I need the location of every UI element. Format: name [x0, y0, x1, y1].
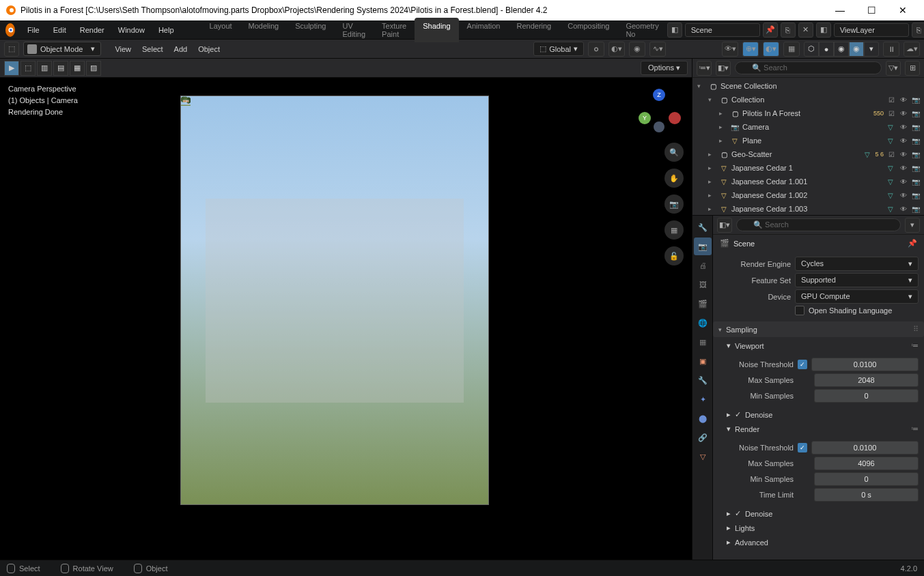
orientation-select[interactable]: ⬚ Global ▾ [533, 42, 584, 56]
outliner-row[interactable]: ▾▢Collection☑👁📷 [692, 93, 924, 106]
snap-target-icon[interactable]: ◐▾ [608, 42, 625, 57]
viewport-canvas[interactable]: Camera Perspective (1) Objects | Camera … [0, 78, 692, 560]
new-scene-icon[interactable]: ⎘ [781, 23, 796, 38]
vp-denoise-checkbox[interactable]: ✓ [735, 410, 741, 419]
outliner-row[interactable]: ▸📷Camera▽👁📷 [692, 120, 924, 134]
properties-search-input[interactable]: 🔍 Search [736, 218, 901, 231]
expand-arrow-icon[interactable]: ▸ [719, 124, 727, 130]
outliner-tree[interactable]: ▾▢Scene Collection▾▢Collection☑👁📷▸▢Pilot… [692, 78, 924, 215]
feature-set-select[interactable]: Supported▾ [795, 273, 919, 287]
workspace-tab-shading[interactable]: Shading [415, 18, 458, 42]
workspace-tab-uv-editing[interactable]: UV Editing [334, 18, 374, 42]
expand-arrow-icon[interactable]: ▸ [708, 192, 716, 199]
select-extend-icon[interactable]: ▥ [37, 61, 52, 76]
eye-toggle-icon[interactable]: 👁 [898, 190, 909, 201]
world-tab-icon[interactable]: 🌐 [694, 314, 712, 332]
outliner-row[interactable]: ▸▽Japanese Cedar 1.002▽👁📷 [692, 188, 924, 202]
expand-arrow-icon[interactable]: ▸ [708, 151, 716, 158]
outliner-item-name[interactable]: Collection [731, 96, 884, 104]
pin-panel-icon[interactable]: 📌 [908, 239, 917, 248]
scene-name-input[interactable] [685, 23, 760, 37]
expand-arrow-icon[interactable]: ▾ [697, 83, 705, 89]
eye-toggle-icon[interactable]: 👁 [898, 149, 909, 160]
rn-min-input[interactable]: 0 [814, 472, 919, 486]
new-viewlayer-icon[interactable]: ⎘ [912, 23, 924, 38]
eye-toggle-icon[interactable]: 👁 [898, 121, 909, 132]
lock-icon[interactable]: 🔓 [664, 246, 684, 265]
delete-scene-icon[interactable]: ✕ [798, 23, 813, 38]
cam-toggle-icon[interactable]: 📷 [910, 203, 921, 214]
rn-max-input[interactable]: 4096 [814, 457, 919, 470]
expand-arrow-icon[interactable]: ▸ [708, 164, 716, 171]
maximize-button[interactable]: ☐ [856, 0, 887, 20]
vp-max-input[interactable]: 2048 [814, 373, 919, 387]
menu-edit[interactable]: Edit [46, 23, 73, 37]
expand-arrow-icon[interactable]: ▾ [708, 96, 716, 103]
modifier-tab-icon[interactable]: 🔧 [694, 371, 712, 389]
material-shading-icon[interactable]: ◉ [834, 42, 849, 57]
menu-window[interactable]: Window [111, 23, 152, 37]
outliner-item-name[interactable]: Scene Collection [720, 82, 919, 90]
minimize-button[interactable]: — [824, 0, 856, 20]
physics-tab-icon[interactable]: ⬤ [694, 409, 712, 427]
axis-y-icon[interactable]: Y [639, 112, 651, 124]
sampling-panel-header[interactable]: ▾Sampling⠿ [713, 321, 924, 337]
viewlayer-browse-icon[interactable]: ◧ [816, 23, 831, 38]
tool-tab-icon[interactable]: 🔧 [694, 218, 712, 236]
menu-render[interactable]: Render [73, 23, 111, 37]
viewlayer-tab-icon[interactable]: 🖼 [694, 276, 712, 293]
rn-denoise-header[interactable]: ▸✓Denoise [713, 506, 924, 521]
expand-arrow-icon[interactable]: ▸ [719, 110, 727, 117]
gizmo-toggle-icon[interactable]: ⊕▾ [742, 42, 759, 57]
wireframe-shading-icon[interactable]: ⬡ [804, 42, 819, 57]
particles-tab-icon[interactable]: ✦ [694, 390, 712, 408]
editor-type-icon[interactable]: ⬚ [4, 42, 19, 57]
cam-toggle-icon[interactable]: 📷 [910, 94, 921, 105]
toolbar-menu-select[interactable]: Select [138, 43, 167, 55]
vp-noise-input[interactable]: 0.0100 [811, 358, 919, 371]
viewport-3d[interactable]: ▶ ⬚ ▥ ▤ ▦ ▨ Options ▾ Camera Perspective… [0, 59, 692, 560]
outliner-item-name[interactable]: Camera [742, 123, 883, 131]
menu-file[interactable]: File [20, 23, 46, 37]
expand-arrow-icon[interactable]: ▸ [708, 178, 716, 185]
outliner-item-name[interactable]: Plane [742, 136, 883, 145]
overlay-toggle-icon[interactable]: ◐▾ [763, 42, 779, 57]
toolbar-menu-object[interactable]: Object [194, 43, 224, 55]
preset-icon[interactable]: ≔ [911, 341, 919, 350]
solid-shading-icon[interactable]: ● [819, 42, 834, 57]
outliner-row[interactable]: ▸▽Japanese Cedar 1.003▽👁📷 [692, 202, 924, 215]
outliner-display-mode-icon[interactable]: ≔▾ [697, 61, 712, 76]
eye-toggle-icon[interactable]: 👁 [898, 94, 909, 105]
check-toggle-icon[interactable]: ☑ [886, 94, 897, 105]
workspace-tab-modeling[interactable]: Modeling [240, 18, 288, 42]
output-tab-icon[interactable]: 🖨 [694, 257, 712, 274]
cam-toggle-icon[interactable]: 📷 [910, 149, 921, 160]
outliner-item-name[interactable]: Pilotis In A Forest [742, 109, 871, 117]
workspace-tab-texture-paint[interactable]: Texture Paint [374, 18, 415, 42]
workspace-tab-compositing[interactable]: Compositing [559, 18, 617, 42]
camera-view-icon[interactable]: 📷 [664, 195, 684, 214]
select-intersect-icon[interactable]: ▦ [70, 61, 85, 76]
vp-min-input[interactable]: 0 [814, 389, 919, 403]
eye-toggle-icon[interactable]: 👁 [898, 162, 909, 173]
outliner-new-collection-icon[interactable]: ⊞ [905, 61, 920, 76]
rn-noise-checkbox[interactable]: ✓ [798, 443, 807, 452]
eye-toggle-icon[interactable]: 👁 [898, 176, 909, 187]
proportional-icon[interactable]: ◉ [629, 42, 645, 57]
collection-tab-icon[interactable]: ▦ [694, 333, 712, 351]
close-button[interactable]: ✕ [887, 0, 919, 20]
outliner-row[interactable]: ▸▽Japanese Cedar 1▽👁📷 [692, 161, 924, 175]
shading-options-icon[interactable]: ▾ [864, 42, 879, 57]
blender-logo-icon[interactable] [5, 23, 15, 37]
viewlayer-name-input[interactable] [834, 23, 909, 37]
select-tool-icon[interactable]: ▶ [4, 61, 19, 76]
outliner-row[interactable]: ▾▢Scene Collection [692, 79, 924, 93]
render-tab-icon[interactable]: 📷 [694, 237, 712, 255]
outliner-row[interactable]: ▸▢Geo-Scatter▽5 6☑👁📷 [692, 147, 924, 161]
axis-neg-icon[interactable] [654, 121, 664, 132]
rn-time-input[interactable]: 0 s [814, 488, 919, 502]
axis-z-icon[interactable]: Z [653, 89, 665, 101]
pause-render-icon[interactable]: ⏸ [883, 42, 899, 57]
object-tab-icon[interactable]: ▣ [694, 352, 712, 370]
xray-icon[interactable]: ▦ [783, 42, 800, 57]
